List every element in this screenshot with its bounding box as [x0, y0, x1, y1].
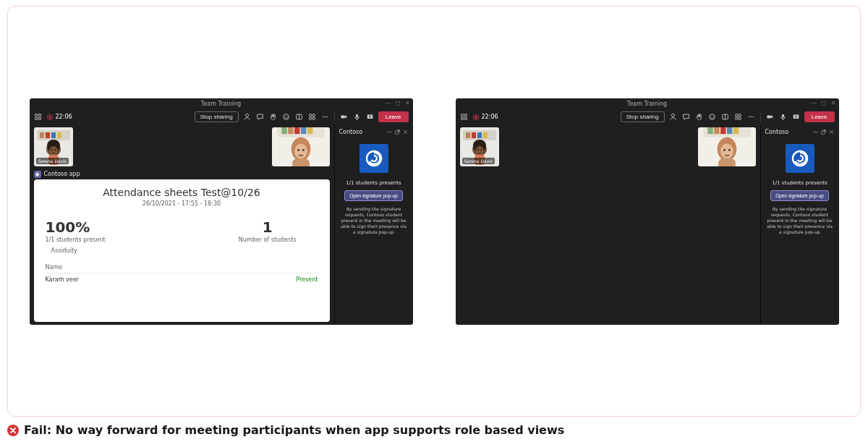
panel-close-icon[interactable]: [828, 129, 835, 135]
video-nametag: Serena Davis: [36, 158, 69, 164]
video-tile-remote[interactable]: [698, 127, 756, 166]
raise-hand-icon[interactable]: [269, 113, 277, 121]
example-frame: Team Training —▢✕ 22:06 Stop sharing Le: [7, 6, 861, 417]
stage-app-tab[interactable]: ◉ Contoso app: [34, 171, 330, 178]
share-icon[interactable]: [792, 113, 800, 121]
window-titlebar: Team Training —▢✕: [456, 98, 839, 110]
fail-icon: [7, 425, 19, 436]
window-controls[interactable]: —▢✕: [811, 100, 835, 106]
reactions-icon[interactable]: [282, 113, 290, 121]
panel-disclaimer: By sending the signature requests, Conto…: [339, 206, 409, 235]
video-tile-self[interactable]: Serena Davis: [34, 127, 73, 166]
panel-more-icon[interactable]: [386, 129, 393, 135]
share-icon[interactable]: [366, 113, 374, 121]
video-nametag: Serena Davis: [462, 158, 495, 164]
app-side-panel: Contoso 1/1 students presents Open signa…: [334, 124, 413, 325]
chat-icon[interactable]: [256, 113, 264, 121]
stop-sharing-button[interactable]: Stop sharing: [195, 111, 239, 122]
mic-icon[interactable]: [779, 113, 787, 121]
more-actions-icon[interactable]: [321, 113, 329, 121]
participants-icon[interactable]: [243, 113, 251, 121]
record-icon: [472, 114, 480, 121]
stat-percentage: 100%: [46, 218, 106, 236]
window-title: Team Training: [201, 101, 241, 107]
toolbar-icons: [243, 113, 374, 122]
app-logo-icon: [786, 144, 814, 173]
panel-status: 1/1 students presents: [765, 180, 835, 186]
apps-icon[interactable]: [308, 113, 316, 121]
panel-popout-icon[interactable]: [820, 129, 827, 135]
mic-icon[interactable]: [353, 113, 361, 121]
meeting-stage: Serena Davis: [456, 124, 760, 325]
raise-hand-icon[interactable]: [695, 113, 703, 121]
row-status: Present: [296, 276, 318, 283]
window-titlebar: Team Training —▢✕: [30, 98, 413, 110]
stop-sharing-button[interactable]: Stop sharing: [621, 111, 665, 122]
panel-title: Contoso: [765, 129, 789, 135]
window-controls[interactable]: —▢✕: [385, 100, 409, 106]
apps-icon[interactable]: [734, 113, 742, 121]
leave-button[interactable]: Leave: [804, 111, 835, 122]
sheet-title: Attendance sheets Test@10/26: [46, 187, 318, 198]
toolbar-icons: [669, 113, 800, 122]
recording-timer: 22:06: [46, 114, 72, 121]
camera-icon[interactable]: [340, 113, 348, 121]
stat-assiduity: 100% 1/1 students present Assiduity: [46, 218, 106, 254]
panel-close-icon[interactable]: [402, 129, 409, 135]
app-side-panel: Contoso 1/1 students presents Open signa…: [760, 124, 839, 325]
breakout-rooms-icon[interactable]: [295, 113, 303, 121]
open-signature-button[interactable]: Open signature pop-up: [344, 190, 403, 201]
meeting-toolbar: 22:06 Stop sharing Leave: [30, 110, 413, 124]
panel-status: 1/1 students presents: [339, 180, 409, 186]
teams-window-participant: Team Training —▢✕ 22:06 Stop sharing Le: [456, 98, 839, 325]
layout-grid-icon[interactable]: [34, 113, 42, 121]
teams-window-organizer: Team Training —▢✕ 22:06 Stop sharing Le: [30, 98, 413, 325]
record-icon: [46, 114, 54, 121]
chat-icon[interactable]: [682, 113, 690, 121]
video-tile-remote[interactable]: [272, 127, 330, 166]
stat-students: 1 Number of students: [239, 218, 297, 254]
breakout-rooms-icon[interactable]: [721, 113, 729, 121]
sheet-subtitle: 26/10/2021 - 17:55 - 18:30: [46, 200, 318, 207]
table-row: Karam veer Present: [46, 273, 318, 283]
meeting-stage: Serena Davis ◉ Contoso app Attendance sh…: [30, 124, 334, 325]
reactions-icon[interactable]: [708, 113, 716, 121]
app-logo-icon: [359, 144, 388, 173]
caption-footer: Fail: No way forward for meeting partici…: [7, 423, 564, 437]
layout-grid-icon[interactable]: [460, 113, 468, 121]
window-title: Team Training: [627, 101, 667, 107]
panel-more-icon[interactable]: [812, 129, 819, 135]
panel-title: Contoso: [339, 129, 363, 135]
open-signature-button[interactable]: Open signature pop-up: [770, 190, 829, 201]
more-actions-icon[interactable]: [747, 113, 755, 121]
attendance-sheet: Attendance sheets Test@10/26 26/10/2021 …: [34, 179, 330, 322]
recording-timer: 22:06: [472, 114, 498, 121]
panel-popout-icon[interactable]: [394, 129, 401, 135]
row-name: Karam veer: [46, 276, 79, 283]
camera-icon[interactable]: [766, 113, 774, 121]
table-header: Name: [46, 264, 318, 273]
app-logo-icon: ◉: [34, 171, 41, 178]
caption-text: Fail: No way forward for meeting partici…: [24, 423, 564, 437]
video-tile-self[interactable]: Serena Davis: [460, 127, 499, 166]
meeting-toolbar: 22:06 Stop sharing Leave: [456, 110, 839, 124]
empty-meeting-stage: [460, 169, 756, 322]
stat-number: 1: [263, 218, 273, 236]
leave-button[interactable]: Leave: [378, 111, 409, 122]
stage-app-name: Contoso app: [44, 171, 80, 177]
participants-icon[interactable]: [669, 113, 677, 121]
panel-disclaimer: By sending the signature requests, Conto…: [765, 206, 835, 235]
